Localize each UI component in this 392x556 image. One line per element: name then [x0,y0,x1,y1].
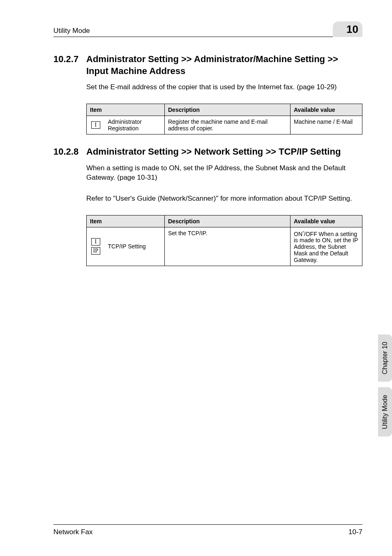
side-tab-section: Utility Mode [378,387,392,437]
th-description: Description [165,215,291,227]
table-header-row: Item Description Available value [87,104,362,116]
item-available: Machine name / E-Mail [291,116,362,134]
item-description: Set the TCP/IP. [165,227,291,266]
section-heading-10-2-8: 10.2.8 Administrator Setting >> Network … [53,146,362,158]
item-label: TCP/IP Setting [105,227,165,266]
header-section-name: Utility Mode [53,27,90,35]
table: Item Description Available value I Admin… [86,104,362,134]
table: Item Description Available value I IP TC… [86,215,362,266]
th-available: Available value [291,104,362,116]
paragraph: When a setting is made to ON, set the IP… [86,164,362,183]
th-item: Item [87,215,165,227]
side-tab-chapter: Chapter 10 [378,334,392,382]
section-title: Administrator Setting >> Network Setting… [86,146,362,158]
table-header-row: Item Description Available value [87,215,362,227]
item-label: Administrator Registration [105,116,165,134]
item-description: Register the machine name and E-mail add… [165,116,291,134]
page-footer: Network Fax 10-7 [53,524,362,536]
table-row: I IP TCP/IP Setting Set the TCP/IP. ON*/… [87,227,362,266]
item-icon-cell: I IP [87,227,105,266]
th-description: Description [165,104,291,116]
table-10-2-7: Item Description Available value I Admin… [86,104,362,134]
available-prefix: ON [294,230,302,237]
chapter-badge: 10 [333,21,362,37]
section-heading-10-2-7: 10.2.7 Administrator Setting >> Administ… [53,53,362,77]
type-icon-ip: IP [91,247,100,255]
item-icon-cell: I [87,116,105,134]
section-number: 10.2.7 [53,53,81,77]
item-available: ON*/OFF When a setting is made to ON, se… [291,227,362,266]
table-row: I Administrator Registration Register th… [87,116,362,134]
type-icon-i: I [91,238,100,246]
footer-right: 10-7 [348,528,362,536]
footer-left: Network Fax [53,528,92,536]
type-icon-i: I [91,121,100,129]
section-number: 10.2.8 [53,146,81,158]
paragraph: Set the E-mail address of the copier tha… [86,83,362,92]
th-item: Item [87,104,165,116]
th-available: Available value [291,215,362,227]
table-10-2-8: Item Description Available value I IP TC… [86,215,362,266]
page-header: Utility Mode 10 [53,21,362,37]
section-title: Administrator Setting >> Administrator/M… [86,53,362,77]
available-suffix: /OFF When a setting is made to ON, set t… [294,230,358,263]
paragraph: Refer to "User's Guide (Network/Scanner)… [86,194,362,204]
side-tabs: Chapter 10 Utility Mode [378,334,392,437]
